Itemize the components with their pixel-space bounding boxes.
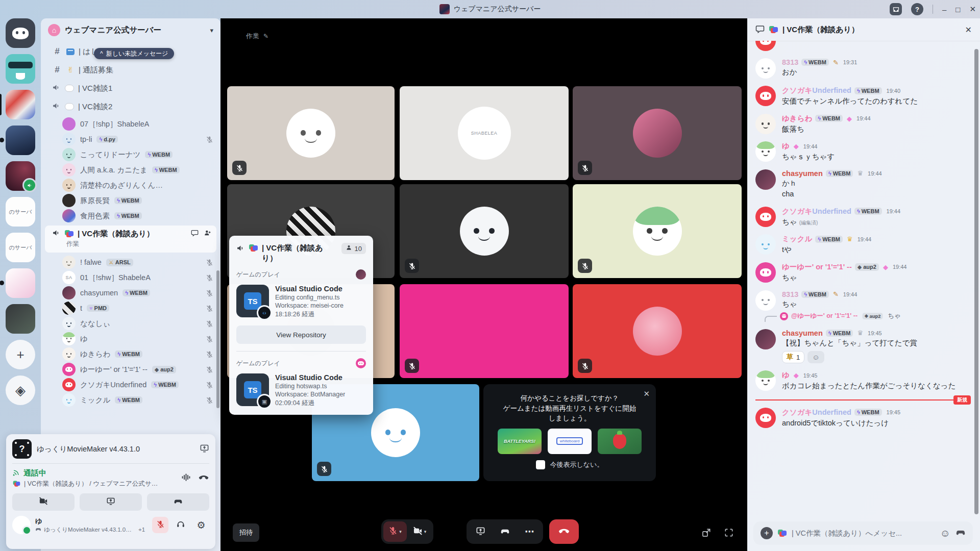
aup2-badge: ◆aup2 <box>855 263 879 271</box>
activities-button[interactable] <box>493 521 517 542</box>
disconnect-icon[interactable] <box>198 471 209 485</box>
channel-row-2[interactable]: | VC雑談1 <box>45 80 216 97</box>
rail-item-server-suit[interactable] <box>6 126 35 155</box>
message-input[interactable]: + | VC作業（雑談あり）へメッセ... ☺ <box>753 521 973 545</box>
video-tile[interactable] <box>227 86 395 180</box>
channel-row-3[interactable]: | VC雑談2 <box>45 98 216 115</box>
message-author[interactable]: クソガキUnderfined <box>782 408 851 417</box>
voice-member-row[interactable]: tp-liϟd.py <box>41 132 220 147</box>
voice-member-row[interactable]: 人間 a.k.a. カニたまϟWEBM <box>41 162 220 178</box>
message-author[interactable]: ゆーゆー' or '1'='1' -- <box>782 262 852 272</box>
promo-thumb-3[interactable] <box>598 429 642 454</box>
deafen-button[interactable] <box>173 517 189 533</box>
message-author[interactable]: 8313 <box>782 290 798 298</box>
channel-vc-work[interactable]: | VC作業（雑談あり） 作業 <box>45 226 216 253</box>
badge-label: WEBM <box>808 291 826 297</box>
dont-show-again-checkbox[interactable] <box>536 460 545 469</box>
voice-member-row[interactable]: t♥PMD <box>41 300 220 316</box>
promo-thumb-1[interactable]: BATTLEYARS! <box>498 429 542 454</box>
video-tile[interactable] <box>400 184 569 278</box>
message-author[interactable]: ゆ <box>782 370 790 380</box>
voice-member-row[interactable]: SA01［!shw］ShabeleA <box>41 270 220 285</box>
message-author[interactable]: クソガキUnderfined <box>782 207 851 216</box>
voice-member-row[interactable]: ミックルϟWEBM <box>41 392 220 408</box>
voice-member-row[interactable]: 07［!shp］ShabeleA <box>41 116 220 132</box>
chat-close-icon[interactable]: ✕ <box>965 25 972 35</box>
rail-item-discord-home[interactable] <box>6 18 35 48</box>
rail-item-server-pill-1[interactable]: のサーバ <box>6 197 35 227</box>
popout-button[interactable] <box>701 528 712 540</box>
invite-button[interactable]: 招待 <box>233 523 259 542</box>
voice-member-row[interactable]: 食用色素ϟWEBM <box>41 208 220 223</box>
promo-close-icon[interactable]: ✕ <box>643 389 650 398</box>
reply-reference: @ゆーゆー' or '1'='1' --◆aup2ちゃ <box>765 311 968 322</box>
screenshare-toggle-button[interactable] <box>80 493 142 511</box>
inbox-icon[interactable] <box>890 3 902 15</box>
unread-banner[interactable]: ^ 新しい未読メッセージ <box>94 48 174 59</box>
voice-member-row[interactable]: こってりドーナツϟWEBM <box>41 147 220 162</box>
rail-item-add-server[interactable]: + <box>6 340 35 369</box>
server-header[interactable]: ⌂ ウェブマニア公式サーバー ▾ <box>41 18 220 42</box>
more-options-button[interactable]: ⋯ <box>518 521 541 542</box>
reaction-pill[interactable]: 草1 <box>782 351 804 363</box>
edit-pencil-icon[interactable]: ✎ <box>263 33 268 40</box>
channel-chat-icon[interactable] <box>191 229 199 238</box>
chat-scrollbar[interactable] <box>974 49 978 514</box>
voice-member-row[interactable]: 豚原長賢ϟWEBM <box>41 193 220 208</box>
message-author[interactable]: ゆ <box>782 141 790 151</box>
call-channel-path[interactable]: | VC作業（雑談あり） / ウェブマニア公式サ… <box>24 480 158 488</box>
settings-gear-icon[interactable]: ⚙ <box>193 517 209 533</box>
minimize-button[interactable]: – <box>942 5 946 14</box>
rail-item-server-festival[interactable] <box>6 161 35 191</box>
voice-member-row[interactable]: ゆきらわϟWEBM <box>41 346 220 362</box>
voice-member-row[interactable]: ななしぃ <box>41 316 220 331</box>
mic-mute-button[interactable]: ▾ <box>383 521 407 542</box>
voice-member-row[interactable]: ゆ <box>41 331 220 346</box>
video-tile[interactable]: SHABELEA <box>400 86 569 180</box>
message-author[interactable]: ゆきらわ <box>782 114 812 123</box>
user-avatar[interactable] <box>12 516 31 534</box>
noise-suppression-icon[interactable] <box>181 472 191 484</box>
message-author[interactable]: 8313 <box>782 58 798 66</box>
camera-button[interactable]: ▾ <box>408 521 431 542</box>
activity-button[interactable] <box>147 493 209 511</box>
message-author[interactable]: chasyumen <box>782 169 823 178</box>
rail-item-explore-servers[interactable]: ◈ <box>6 375 35 405</box>
disconnect-button[interactable] <box>549 519 579 544</box>
rail-item-server-robot[interactable] <box>6 54 35 84</box>
fullscreen-button[interactable] <box>724 528 734 540</box>
video-tile[interactable] <box>573 86 742 180</box>
stream-activity-icon[interactable] <box>200 443 209 455</box>
message-author[interactable]: chasyumen <box>782 329 823 337</box>
promo-thumb-2[interactable]: whiteboard <box>548 429 592 454</box>
video-tile[interactable] <box>400 284 569 378</box>
attach-plus-icon[interactable]: + <box>761 527 773 539</box>
voice-member-row[interactable]: chasyumenϟWEBM <box>41 285 220 300</box>
voice-member-row[interactable]: ! falwe⚔ARSL <box>41 255 220 270</box>
screenshare-button[interactable] <box>469 521 492 542</box>
mic-mute-button[interactable] <box>152 517 168 533</box>
channel-row-1[interactable]: #✌| 通話募集 <box>45 61 216 79</box>
sidebar-scrollbar[interactable] <box>216 270 219 408</box>
voice-member-row[interactable]: クソガキUnderfinedϟWEBM <box>41 377 220 392</box>
emoji-picker-icon[interactable]: ☺ <box>940 528 950 539</box>
edited-label: (編集済) <box>799 220 818 226</box>
video-tile[interactable] <box>573 284 742 378</box>
rail-item-server-current[interactable] <box>6 90 35 119</box>
voice-member-row[interactable]: ゆーゆー' or '1'='1' --◆aup2 <box>41 362 220 377</box>
message-author[interactable]: ミックル <box>782 234 812 244</box>
game-picker-icon[interactable] <box>955 527 966 539</box>
maximize-button[interactable]: □ <box>955 5 960 14</box>
invite-to-channel-icon[interactable] <box>204 229 211 238</box>
help-icon[interactable]: ? <box>911 3 923 15</box>
rail-item-server-station[interactable] <box>6 304 35 334</box>
rail-item-server-girl[interactable] <box>6 268 35 298</box>
voice-member-row[interactable]: 清楚枠のあざりんくん@ななもり。... <box>41 178 220 193</box>
rail-item-server-pill-2[interactable]: のサーバ <box>6 233 35 262</box>
video-tile[interactable] <box>573 184 742 278</box>
view-repository-button[interactable]: View Repository <box>236 325 366 344</box>
add-reaction-button[interactable]: ☺ <box>807 351 824 363</box>
message-author[interactable]: クソガキUnderfined <box>782 86 851 95</box>
camera-toggle-button[interactable] <box>12 493 75 511</box>
close-button[interactable]: ✕ <box>969 5 976 14</box>
